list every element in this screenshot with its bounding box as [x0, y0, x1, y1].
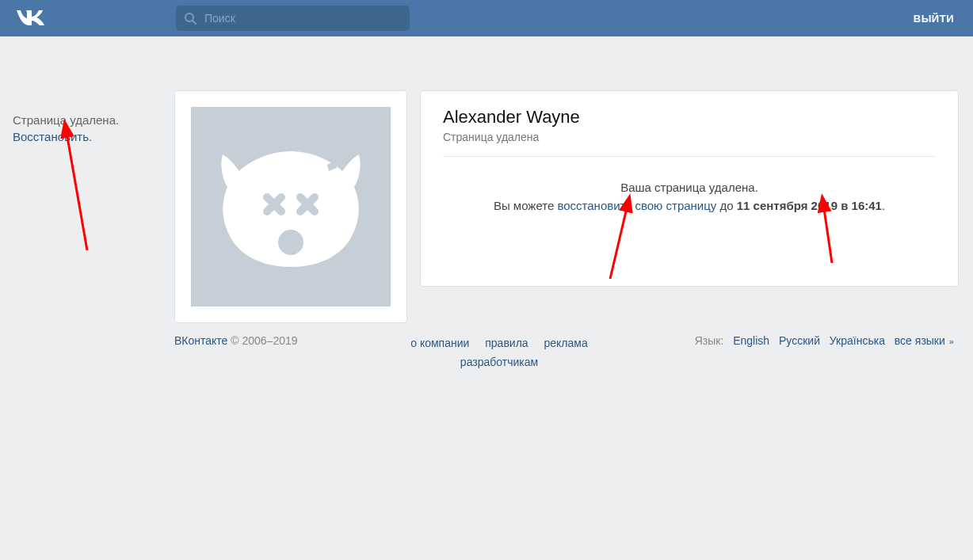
restore-mid: до [716, 199, 736, 212]
vk-logo[interactable] [14, 8, 49, 29]
footer: ВКонтакте © 2006–2019 о компании правила… [174, 334, 957, 372]
restore-prefix: Вы можете [494, 199, 558, 212]
restore-sentence: Вы можете восстановить свою страницу до … [443, 199, 936, 212]
footer-lang-all[interactable]: все языки » [895, 334, 954, 347]
footer-link-devs[interactable]: разработчикам [460, 356, 538, 368]
restore-page-link[interactable]: восстановить свою страницу [557, 199, 716, 212]
sidebar-restore-link[interactable]: Восстановить. [13, 130, 92, 143]
svg-line-1 [193, 21, 196, 24]
footer-copyright: © 2006–2019 [227, 334, 297, 347]
footer-brand-link[interactable]: ВКонтакте [174, 334, 227, 347]
profile-name: Alexander Wayne [443, 107, 936, 128]
footer-link-about[interactable]: о компании [410, 337, 469, 349]
divider [443, 156, 936, 157]
footer-lang-label: Язык: [695, 334, 724, 347]
profile-subtitle: Страница удалена [443, 131, 936, 143]
footer-link-rules[interactable]: правила [485, 337, 528, 349]
logout-button[interactable]: ВЫЙТИ [914, 13, 954, 25]
search-input[interactable] [203, 11, 402, 25]
footer-link-ads[interactable]: реклама [544, 337, 588, 349]
profile-info-card: Alexander Wayne Страница удалена Ваша ст… [420, 90, 959, 287]
sidebar: Страница удалена. Восстановить. [13, 112, 163, 145]
profile-photo-card [174, 90, 407, 323]
deleted-avatar-placeholder [191, 107, 391, 307]
svg-point-6 [278, 230, 303, 255]
footer-lang-en[interactable]: English [733, 334, 769, 347]
search-bar[interactable] [176, 6, 410, 31]
restore-suffix: . [882, 199, 885, 212]
footer-lang-ua[interactable]: Українська [830, 334, 885, 347]
footer-lang-ru[interactable]: Русский [779, 334, 820, 347]
chevron-right-icon: » [947, 337, 954, 346]
deleted-heading: Ваша страница удалена. [443, 181, 936, 194]
topbar: ВЫЙТИ [0, 0, 973, 36]
search-icon [184, 12, 197, 25]
restore-deadline: 11 сентября 2019 в 16:41 [737, 199, 882, 212]
sidebar-deleted-text: Страница удалена. [13, 113, 119, 127]
